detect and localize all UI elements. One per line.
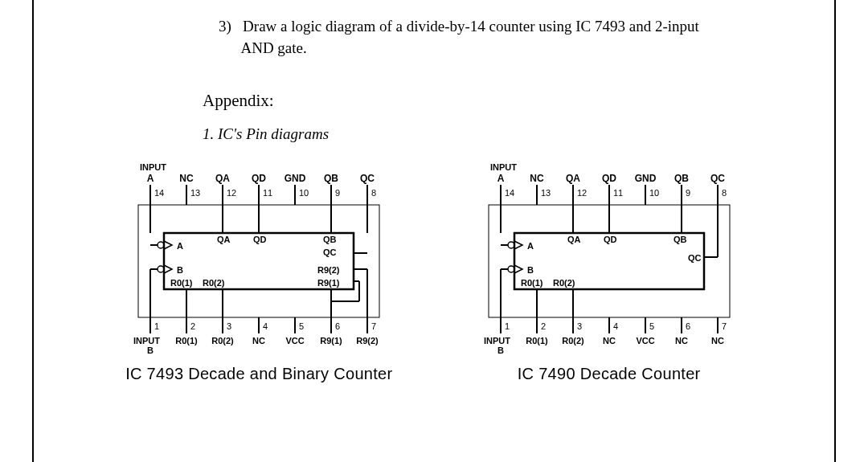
svg-text:8: 8: [722, 188, 727, 198]
svg-text:12: 12: [577, 188, 587, 198]
svg-text:8: 8: [371, 188, 376, 198]
svg-text:R9(2): R9(2): [357, 336, 379, 345]
svg-text:3: 3: [227, 321, 231, 331]
svg-text:4: 4: [263, 321, 268, 331]
svg-text:QA: QA: [566, 173, 580, 184]
svg-text:R9(1): R9(1): [317, 278, 340, 288]
svg-text:INPUT: INPUT: [490, 162, 517, 172]
svg-text:QD: QD: [252, 173, 266, 184]
svg-text:12: 12: [227, 188, 236, 198]
ic7493-caption: IC 7493 Decade and Binary Counter: [94, 365, 424, 383]
svg-text:2: 2: [190, 321, 195, 331]
ic7490-caption: IC 7490 Decade Counter: [444, 365, 774, 383]
svg-text:QA: QA: [567, 235, 581, 244]
svg-text:R0(1): R0(1): [526, 336, 548, 345]
svg-text:11: 11: [613, 188, 623, 198]
svg-text:QA: QA: [217, 235, 231, 244]
svg-text:R0(2): R0(2): [553, 278, 575, 288]
svg-text:NC: NC: [180, 173, 194, 184]
svg-text:INPUT: INPUT: [133, 336, 160, 345]
svg-text:1: 1: [154, 321, 159, 331]
svg-text:R9(2): R9(2): [317, 265, 340, 275]
svg-text:14: 14: [505, 188, 514, 198]
svg-text:R9(1): R9(1): [321, 336, 343, 345]
svg-text:QB: QB: [674, 173, 689, 184]
ic7493-diagram: INPUT A NC QA QD GND QB QC 14 13 12 11: [94, 161, 424, 383]
svg-text:A: A: [147, 173, 154, 184]
svg-text:QC: QC: [688, 253, 702, 263]
top-input-word: INPUT: [140, 162, 166, 172]
svg-text:B: B: [497, 345, 504, 355]
svg-text:QB: QB: [324, 173, 338, 184]
svg-text:B: B: [177, 265, 183, 275]
svg-text:3: 3: [577, 321, 582, 331]
appendix-heading: Appendix:: [203, 91, 810, 111]
svg-text:GND: GND: [634, 173, 656, 184]
svg-text:6: 6: [686, 321, 690, 331]
svg-text:NC: NC: [530, 173, 544, 184]
svg-text:1: 1: [505, 321, 510, 331]
svg-text:10: 10: [299, 188, 309, 198]
question-line1: Draw a logic diagram of a divide-by-14 c…: [243, 18, 699, 35]
ic7490-diagram: INPUT A NC QA QD GND QB QC 14 13 12 11 1…: [444, 161, 774, 383]
question-line2: AND gate.: [240, 39, 306, 56]
svg-text:NC: NC: [711, 336, 724, 345]
svg-text:13: 13: [190, 188, 200, 198]
svg-text:5: 5: [299, 321, 304, 331]
svg-text:GND: GND: [285, 173, 306, 184]
svg-text:QD: QD: [253, 235, 267, 244]
svg-text:9: 9: [686, 188, 690, 198]
svg-text:QD: QD: [602, 173, 616, 184]
page-frame: 3) Draw a logic diagram of a divide-by-1…: [32, 0, 836, 462]
svg-text:10: 10: [649, 188, 659, 198]
svg-text:NC: NC: [675, 336, 688, 345]
svg-text:QC: QC: [323, 247, 337, 257]
ic7490-svg: INPUT A NC QA QD GND QB QC 14 13 12 11 1…: [465, 161, 754, 362]
question-number: 3): [219, 18, 231, 35]
svg-text:QB: QB: [674, 235, 687, 244]
svg-text:QA: QA: [215, 173, 230, 184]
svg-text:B: B: [527, 265, 534, 275]
svg-text:2: 2: [541, 321, 546, 331]
svg-text:R0(1): R0(1): [176, 336, 199, 345]
svg-text:R0(1): R0(1): [521, 278, 543, 288]
svg-text:INPUT: INPUT: [484, 336, 510, 345]
svg-text:9: 9: [335, 188, 340, 198]
svg-text:4: 4: [613, 321, 618, 331]
svg-text:A: A: [527, 241, 534, 251]
svg-text:7: 7: [371, 321, 376, 331]
svg-text:QD: QD: [604, 235, 617, 244]
svg-text:NC: NC: [252, 336, 265, 345]
svg-text:R0(2): R0(2): [203, 278, 225, 288]
svg-text:14: 14: [154, 188, 164, 198]
svg-text:QB: QB: [323, 235, 337, 244]
svg-text:VCC: VCC: [636, 336, 654, 345]
ic7493-svg: INPUT A NC QA QD GND QB QC 14 13 12 11: [114, 161, 403, 362]
svg-text:B: B: [147, 345, 154, 355]
svg-text:VCC: VCC: [286, 336, 305, 345]
diagrams-row: INPUT A NC QA QD GND QB QC 14 13 12 11: [58, 161, 810, 383]
svg-text:A: A: [177, 241, 183, 251]
svg-text:13: 13: [541, 188, 551, 198]
sub-heading: 1. IC's Pin diagrams: [203, 125, 810, 143]
svg-text:R0(1): R0(1): [170, 278, 193, 288]
svg-text:5: 5: [649, 321, 654, 331]
svg-text:6: 6: [335, 321, 340, 331]
svg-text:R0(2): R0(2): [562, 336, 584, 345]
question-block: 3) Draw a logic diagram of a divide-by-1…: [219, 16, 730, 59]
svg-text:A: A: [497, 173, 504, 184]
svg-text:QC: QC: [710, 173, 725, 184]
svg-text:11: 11: [263, 188, 272, 198]
svg-text:R0(2): R0(2): [212, 336, 235, 345]
svg-text:7: 7: [722, 321, 727, 331]
svg-text:NC: NC: [603, 336, 616, 345]
svg-text:QC: QC: [360, 173, 375, 184]
